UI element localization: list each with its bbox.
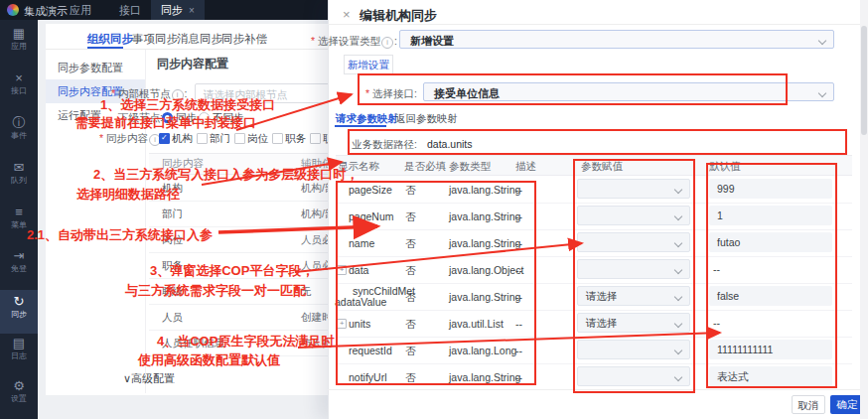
default-value-input[interactable]: 表达式 bbox=[709, 366, 832, 386]
side-rail: ▦应用 ×接口 ⓘ事件 ✉队列 ≡菜单 ⇥免登 ↻同步 ▤日志 ⚙设置 bbox=[0, 20, 38, 419]
chevron-down-icon bbox=[674, 212, 682, 220]
checkbox-rank[interactable] bbox=[310, 133, 321, 144]
tab-message-sync[interactable]: 消息同步 bbox=[177, 32, 222, 47]
log-icon: ▤ bbox=[0, 336, 38, 350]
chevron-down-icon bbox=[674, 347, 682, 354]
rail-item-log[interactable]: ▤日志 bbox=[0, 336, 38, 377]
checkbox-dept[interactable] bbox=[197, 133, 208, 144]
param-assign-select[interactable] bbox=[577, 366, 690, 386]
setting-type-label: 选择设置类型 bbox=[298, 35, 397, 49]
drawer-scrollbar-thumb[interactable] bbox=[861, 26, 867, 135]
info-icon bbox=[381, 37, 393, 49]
section-tab-new-setting[interactable]: 新增设置 bbox=[344, 55, 393, 74]
cancel-button[interactable]: 取消 bbox=[792, 395, 825, 414]
chevron-down-icon bbox=[674, 293, 682, 301]
radio-no-sync-label: 不同步 bbox=[213, 111, 244, 125]
sync-content-label: 同步内容 bbox=[99, 132, 165, 146]
settings-icon: ⚙ bbox=[0, 378, 38, 393]
default-value-input[interactable]: 1 bbox=[709, 206, 832, 225]
confirm-button[interactable]: 确定 bbox=[830, 395, 864, 414]
expand-icon[interactable] bbox=[337, 265, 347, 275]
checkbox-org[interactable] bbox=[159, 133, 170, 144]
interface-label: 选择接口: bbox=[328, 87, 417, 101]
interface-select[interactable]: 接受单位信息 bbox=[423, 82, 834, 101]
nav-tab-sync[interactable]: 同步× bbox=[151, 0, 205, 20]
table-row: 职务人员必要信 bbox=[149, 252, 334, 279]
menu-item-sync-params[interactable]: 同步参数配置 bbox=[46, 56, 145, 79]
tab-return-param-mapping[interactable]: 返回参数映射 bbox=[395, 112, 458, 126]
root-node-select[interactable]: 请选择内部根节点 bbox=[195, 83, 335, 103]
param-assign-select[interactable] bbox=[577, 206, 690, 225]
param-row-pageSize: pageSize否java.lang.String-- 999 bbox=[336, 176, 852, 204]
param-assign-select[interactable] bbox=[577, 259, 690, 279]
default-value-input[interactable]: futao bbox=[709, 232, 832, 252]
param-assign-select[interactable] bbox=[577, 179, 690, 199]
nav-tab-apps[interactable]: 应用 bbox=[70, 0, 91, 20]
chevron-down-icon bbox=[674, 373, 682, 381]
drawer-header-divider bbox=[328, 24, 868, 25]
api-icon: × bbox=[0, 70, 38, 85]
param-row-notifyUrl: notifyUrl否java.lang.String-- 表达式 bbox=[336, 363, 852, 390]
table-row: 人员任职信息与人员关联 bbox=[149, 330, 334, 356]
tab-sync-compensate[interactable]: 同步补偿 bbox=[221, 32, 267, 47]
tab-close-icon[interactable]: × bbox=[189, 5, 195, 16]
brand-name: 集成演示 bbox=[24, 4, 68, 19]
checkbox-post[interactable] bbox=[234, 133, 245, 144]
default-value-input[interactable]: 11111111111 bbox=[709, 340, 832, 359]
checkbox-duty[interactable] bbox=[272, 133, 283, 144]
rail-item-queue[interactable]: ✉队列 bbox=[0, 160, 38, 202]
rail-item-apps[interactable]: ▦应用 bbox=[0, 26, 38, 68]
info-icon bbox=[172, 89, 184, 101]
menu-icon: ≡ bbox=[0, 205, 38, 219]
queue-icon: ✉ bbox=[0, 160, 38, 175]
setting-type-select[interactable]: 新增设置 bbox=[399, 30, 834, 49]
drawer-footer-divider bbox=[328, 389, 868, 390]
param-assign-select[interactable] bbox=[577, 340, 690, 359]
param-assign-select[interactable]: 请选择 bbox=[577, 286, 690, 306]
param-row-pageNum: pageNum否java.lang.String-- 1 bbox=[336, 203, 852, 230]
app-root: 集成演示 应用 接口 同步× ▦应用 ×接口 ⓘ事件 ✉队列 ≡菜单 ⇥免登 ↻… bbox=[0, 0, 868, 419]
advanced-config-toggle[interactable]: ∨高级配置 bbox=[123, 371, 175, 386]
chevron-down-icon bbox=[674, 320, 682, 328]
tab-org-sync[interactable]: 组织同步 bbox=[87, 32, 133, 47]
rail-item-event[interactable]: ⓘ事件 bbox=[0, 115, 38, 157]
param-row-data: data否java.lang.Object-- -- bbox=[336, 256, 852, 284]
root-node-label: 内部根节点 bbox=[111, 87, 187, 101]
default-value-text: -- bbox=[709, 259, 832, 279]
radio-sync[interactable] bbox=[162, 112, 173, 123]
drawer-close-icon[interactable]: × bbox=[343, 7, 351, 22]
tab-request-param-mapping[interactable]: 请求参数映射 bbox=[336, 112, 398, 126]
param-row-name: name否java.lang.String-- futao bbox=[336, 229, 852, 257]
param-row-units: units否java.util.List-- 请选择 -- bbox=[336, 310, 852, 338]
rail-item-settings[interactable]: ⚙设置 bbox=[0, 378, 38, 419]
app-logo-icon bbox=[7, 4, 19, 16]
radio-sync-label: 同步 bbox=[176, 111, 197, 125]
data-path-input[interactable]: data.units bbox=[427, 138, 473, 150]
default-value-text: -- bbox=[709, 313, 832, 333]
drawer-title: 编辑机构同步 bbox=[360, 7, 437, 25]
tab-item-sync[interactable]: 事项同步 bbox=[132, 32, 178, 47]
table-row: 部门机构/部门选 bbox=[149, 201, 334, 227]
param-assign-select[interactable] bbox=[577, 232, 690, 252]
chevron-down-icon: ∨ bbox=[123, 372, 131, 384]
radio-no-sync[interactable] bbox=[199, 112, 210, 123]
table-row: 岗位人员必要信 bbox=[149, 226, 334, 253]
active-maptab-underline bbox=[335, 125, 386, 127]
chevron-down-icon bbox=[818, 89, 826, 97]
rail-item-sso[interactable]: ⇥免登 bbox=[0, 248, 38, 290]
chevron-down-icon bbox=[674, 266, 682, 274]
rail-item-sync[interactable]: ↻同步 bbox=[0, 290, 38, 334]
expand-icon[interactable] bbox=[337, 319, 347, 329]
table-row: 职级无 bbox=[149, 278, 334, 305]
page-title: 同步内容配置 bbox=[157, 56, 228, 72]
chevron-down-icon bbox=[818, 37, 826, 45]
table-row: 人员创建时，必 bbox=[149, 304, 334, 331]
event-icon: ⓘ bbox=[0, 115, 38, 130]
rail-item-menu[interactable]: ≡菜单 bbox=[0, 205, 38, 246]
rail-item-api[interactable]: ×接口 bbox=[0, 70, 38, 112]
default-value-input[interactable]: false bbox=[709, 286, 832, 306]
default-value-input[interactable]: 999 bbox=[709, 179, 832, 199]
nav-tab-api[interactable]: 接口 bbox=[119, 0, 141, 20]
param-assign-select[interactable]: 请选择 bbox=[577, 313, 690, 333]
sso-icon: ⇥ bbox=[0, 248, 38, 263]
